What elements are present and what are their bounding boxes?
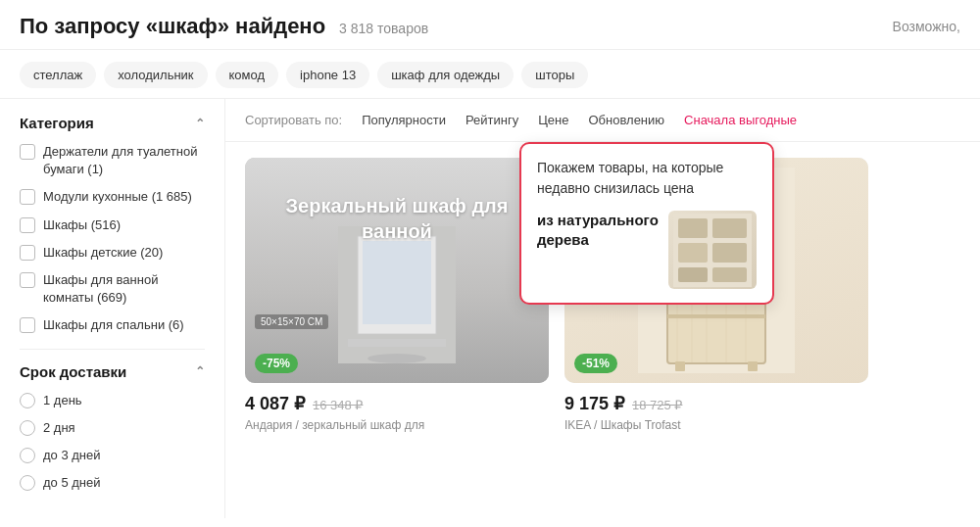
tooltip-product-image — [668, 211, 757, 289]
sort-rating[interactable]: Рейтингу — [456, 109, 528, 131]
sort-popularity[interactable]: Популярности — [352, 109, 456, 131]
tooltip-product-svg — [673, 214, 752, 287]
delivery-label: Срок доставки — [20, 363, 126, 380]
checkbox-4[interactable] — [20, 245, 35, 261]
delivery-item-1[interactable]: 1 день — [20, 392, 205, 409]
category-item-4[interactable]: Шкафы детские (20) — [20, 244, 205, 262]
tag-shtory[interactable]: шторы — [521, 62, 588, 88]
category-item-5[interactable]: Шкафы для ванной комнаты (669) — [20, 271, 205, 307]
page-title: По запросу «шкаф» найдено — [20, 14, 325, 39]
header-right-text: Возможно, — [893, 19, 960, 34]
sort-update[interactable]: Обновлению — [578, 109, 674, 131]
price-new-1: 4 087 ₽ — [245, 393, 305, 414]
tag-holodilnik[interactable]: холодильник — [104, 62, 207, 88]
checkbox-2[interactable] — [20, 189, 35, 205]
main-layout: Категория ⌃ Держатели для туалетной бума… — [0, 99, 980, 518]
delivery-item-4[interactable]: до 5 дней — [20, 474, 205, 492]
sort-price[interactable]: Цене — [528, 109, 578, 131]
category-label: Категория — [20, 115, 94, 131]
mirror-cabinet-visual: Зеркальный шкаф для ванной — [245, 158, 549, 383]
price-new-2: 9 175 ₽ — [564, 393, 624, 414]
delivery-item-3[interactable]: до 3 дней — [20, 447, 205, 464]
delivery-section-title: Срок доставки ⌃ — [20, 363, 205, 380]
product-seller-2: IKEA / Шкафы Trofast — [564, 418, 868, 432]
sidebar-divider — [20, 349, 205, 350]
tooltip-text: Покажем товары, на которые недавно снизи… — [537, 158, 757, 199]
svg-rect-9 — [667, 314, 765, 318]
svg-rect-16 — [675, 361, 685, 371]
sidebar: Категория ⌃ Держатели для туалетной бума… — [0, 99, 225, 518]
delivery-label-4: до 5 дней — [43, 474, 101, 492]
category-label-4: Шкафы детские (20) — [43, 244, 163, 262]
delivery-label-2: 2 дня — [43, 419, 75, 437]
category-item-6[interactable]: Шкафы для спальни (6) — [20, 316, 205, 334]
svg-rect-24 — [712, 267, 747, 282]
chevron-up-icon: ⌃ — [195, 117, 205, 130]
category-label-2: Модули кухонные (1 685) — [43, 188, 192, 206]
category-label-3: Шкафы (516) — [43, 216, 121, 234]
checkbox-3[interactable] — [20, 217, 35, 233]
sort-row: Сортировать по: Популярности Рейтингу Це… — [225, 99, 980, 142]
delivery-label-3: до 3 дней — [43, 447, 101, 464]
tag-shkaf-odezhdy[interactable]: шкаф для одежды — [377, 62, 514, 88]
product-seller-1: Андария / зеркальный шкаф для — [245, 418, 549, 432]
svg-rect-22 — [712, 243, 747, 263]
radio-2[interactable] — [20, 420, 35, 436]
category-item-3[interactable]: Шкафы (516) — [20, 216, 205, 234]
tooltip-popup: Покажем товары, на которые недавно снизи… — [519, 142, 774, 305]
product-overlay-text-1: Зеркальный шкаф для ванной — [265, 193, 529, 244]
sort-profitable[interactable]: Сначала выгодные — [674, 109, 807, 131]
checkbox-6[interactable] — [20, 317, 35, 333]
svg-rect-3 — [348, 339, 446, 347]
content-area: Сортировать по: Популярности Рейтингу Це… — [225, 99, 980, 518]
product-dims-1: 50×15×70 СМ — [255, 314, 328, 329]
page-header: По запросу «шкаф» найдено 3 818 товаров … — [0, 0, 980, 50]
delivery-item-2[interactable]: 2 дня — [20, 419, 205, 437]
category-item-1[interactable]: Держатели для туалетной бумаги (1) — [20, 143, 205, 178]
category-label-1: Держатели для туалетной бумаги (1) — [43, 143, 205, 178]
delivery-label-1: 1 день — [43, 392, 82, 409]
sort-label: Сортировать по: — [245, 113, 342, 127]
chevron-up-icon-2: ⌃ — [195, 364, 205, 378]
category-section-title: Категория ⌃ — [20, 115, 205, 131]
tag-stellazh[interactable]: стеллаж — [20, 62, 96, 88]
svg-rect-2 — [363, 241, 431, 324]
category-label-6: Шкафы для спальни (6) — [43, 316, 184, 334]
tag-komod[interactable]: комод — [216, 62, 279, 88]
svg-rect-17 — [748, 361, 758, 371]
discount-badge-1: -75% — [255, 354, 298, 373]
svg-rect-20 — [712, 218, 747, 238]
radio-3[interactable] — [20, 448, 35, 463]
tag-iphone13[interactable]: iphone 13 — [286, 62, 369, 88]
discount-badge-2: -51% — [574, 354, 617, 373]
category-label-5: Шкафы для ванной комнаты (669) — [43, 271, 205, 307]
price-old-1: 16 348 ₽ — [313, 398, 363, 412]
checkbox-5[interactable] — [20, 272, 35, 288]
checkbox-1[interactable] — [20, 144, 35, 160]
radio-1[interactable] — [20, 393, 35, 408]
result-count: 3 818 товаров — [339, 21, 428, 36]
product-price-row-2: 9 175 ₽ 18 725 ₽ — [564, 393, 868, 414]
tooltip-product-row: из натурального дерева — [537, 211, 757, 289]
svg-rect-23 — [678, 267, 708, 282]
product-image-1: Зеркальный шкаф для ванной — [245, 158, 549, 383]
category-item-2[interactable]: Модули кухонные (1 685) — [20, 188, 205, 206]
product-price-row-1: 4 087 ₽ 16 348 ₽ — [245, 393, 549, 414]
tags-row: стеллаж холодильник комод iphone 13 шкаф… — [0, 50, 980, 99]
radio-4[interactable] — [20, 475, 35, 491]
svg-point-4 — [368, 354, 426, 363]
svg-rect-19 — [678, 218, 708, 238]
tooltip-product-label: из натурального дерева — [537, 211, 659, 249]
product-grid: Зеркальный шкаф для ванной — [225, 142, 980, 448]
svg-rect-21 — [678, 243, 708, 263]
price-old-2: 18 725 ₽ — [632, 398, 682, 412]
product-card-1[interactable]: Зеркальный шкаф для ванной — [245, 158, 549, 432]
